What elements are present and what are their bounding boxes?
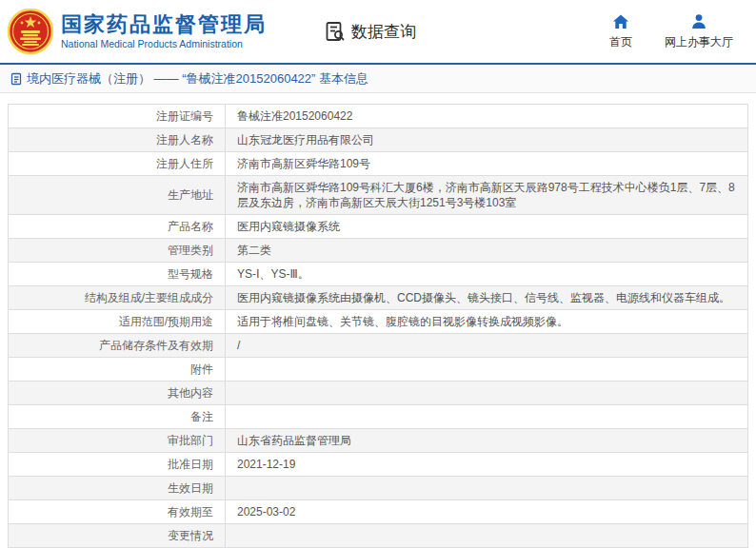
table-row: 型号规格YS-Ⅰ、YS-Ⅲ。 [9,263,748,286]
registration-info-table: 注册证编号鲁械注准20152060422注册人名称山东冠龙医疗用品有限公司注册人… [8,104,748,548]
table-row: 变更情况 [9,524,748,548]
nav-item-home[interactable]: 首页 [609,12,632,50]
table-row: 适用范围/预期用途适用于将椎间盘镜、关节镜、腹腔镜的目视影像转换成视频影像。 [9,310,748,334]
home-icon [611,12,630,31]
nav-item-service-hall[interactable]: 网上办事大厅 [665,12,733,50]
table-row: 结构及组成/主要组成成分医用内窥镜摄像系统由摄像机、CCD摄像头、镜头接口、信号… [9,286,748,310]
table-row: 其他内容 [9,382,748,405]
org-name-en: National Medical Products Administration [61,37,267,50]
table-row: 管理类别第二类 [9,239,748,263]
row-label: 生产地址 [9,176,226,215]
row-value: 山东省药品监督管理局 [226,429,748,453]
table-row: 产品储存条件及有效期/ [9,334,748,358]
row-label: 备注 [9,405,226,429]
row-value: 山东冠龙医疗用品有限公司 [226,128,748,152]
row-value [226,382,748,405]
row-value [226,477,748,500]
row-value [226,405,748,429]
row-label: 其他内容 [9,382,226,405]
row-label: 注册证编号 [9,105,226,128]
row-label: 附件 [9,358,226,382]
row-value: 济南市高新区舜华路109号 [226,152,748,176]
org-name-cn: 国家药品监督管理局 [61,12,267,37]
row-value: YS-Ⅰ、YS-Ⅲ。 [226,263,748,286]
person-icon [689,12,708,31]
nav-home-label: 首页 [609,34,632,50]
data-query-tab[interactable]: 数据查询 [324,20,416,43]
row-value [226,358,748,382]
table-row: 注册证编号鲁械注准20152060422 [9,105,748,128]
row-label: 注册人住所 [9,152,226,176]
row-label: 审批部门 [9,429,226,453]
info-table-body: 注册证编号鲁械注准20152060422注册人名称山东冠龙医疗用品有限公司注册人… [9,105,748,548]
row-value: / [226,334,748,358]
row-value: 第二类 [226,239,748,263]
row-label: 结构及组成/主要组成成分 [9,286,226,310]
page-header: 国家药品监督管理局 National Medical Products Admi… [0,0,756,65]
table-row: 注册人名称山东冠龙医疗用品有限公司 [9,128,748,152]
nav-service-hall-label: 网上办事大厅 [665,34,733,50]
row-value [226,524,748,548]
row-label: 批准日期 [9,453,226,477]
row-label: 管理类别 [9,239,226,263]
breadcrumb: 境内医疗器械（注册） —— “鲁械注准20152060422” 基本信息 [0,65,756,93]
org-title-block: 国家药品监督管理局 National Medical Products Admi… [61,12,267,50]
page-icon [10,72,23,86]
row-value: 适用于将椎间盘镜、关节镜、腹腔镜的目视影像转换成视频影像。 [226,310,748,334]
row-label: 型号规格 [9,263,226,286]
data-query-label: 数据查询 [351,21,416,43]
row-value: 2021-12-19 [226,453,748,477]
row-value: 鲁械注准20152060422 [226,105,748,128]
table-row: 备注 [9,405,748,429]
table-row: 生效日期 [9,477,748,500]
breadcrumb-text: 境内医疗器械（注册） —— “鲁械注准20152060422” 基本信息 [27,70,368,88]
row-label: 产品名称 [9,215,226,239]
row-label: 生效日期 [9,477,226,500]
table-row: 审批部门山东省药品监督管理局 [9,429,748,453]
national-emblem-logo [8,9,53,54]
table-row: 产品名称医用内窥镜摄像系统 [9,215,748,239]
table-row: 有效期至2025-03-02 [9,500,748,524]
table-row: 批准日期2021-12-19 [9,453,748,477]
row-value: 医用内窥镜摄像系统由摄像机、CCD摄像头、镜头接口、信号线、监视器、电源线和仪器… [226,286,748,310]
table-row: 生产地址济南市高新区舜华路109号科汇大厦6楼，济南市高新区天辰路978号工程技… [9,176,748,215]
row-value: 医用内窥镜摄像系统 [226,215,748,239]
row-label: 注册人名称 [9,128,226,152]
row-label: 适用范围/预期用途 [9,310,226,334]
row-value: 2025-03-02 [226,500,748,524]
row-value: 济南市高新区舜华路109号科汇大厦6楼，济南市高新区天辰路978号工程技术中心楼… [226,176,748,215]
table-row: 附件 [9,358,748,382]
row-label: 有效期至 [9,500,226,524]
table-row: 注册人住所济南市高新区舜华路109号 [9,152,748,176]
row-label: 变更情况 [9,524,226,548]
top-nav: 首页 网上办事大厅 [609,12,743,50]
registration-info-section: 注册证编号鲁械注准20152060422注册人名称山东冠龙医疗用品有限公司注册人… [0,93,756,548]
row-label: 产品储存条件及有效期 [9,334,226,358]
document-search-icon [324,20,347,43]
